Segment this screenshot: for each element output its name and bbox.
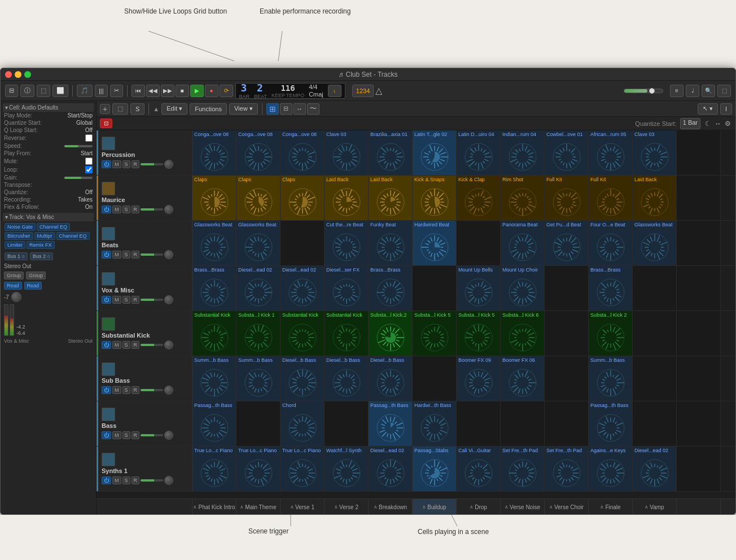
cell-2-3[interactable]: Cut the...re Beat [325,221,369,265]
cell-4-2[interactable]: Substantial Kick [281,311,325,356]
scene-cell-2[interactable]: ∧Verse 1 [281,499,325,514]
track-power-btn-4[interactable]: ⏻ [102,341,111,349]
cursor-tool[interactable]: ↖ ▾ [698,103,718,115]
cell-2-1[interactable]: Glassworks Beat [236,221,281,265]
cell-0-3[interactable]: Clave 03 [325,130,369,175]
cell-5-10[interactable] [633,356,677,401]
mixer-btn[interactable]: ⊟ [5,85,18,97]
cell-0-4[interactable]: Brazilia...axia 01 [369,130,413,175]
track-r-btn-4[interactable]: R [132,341,140,349]
track-volume-5[interactable] [141,389,163,391]
cell-5-3[interactable]: Diesel...b Bass [325,356,369,401]
cell-7-9[interactable]: Agains...e Keys [589,447,633,491]
cell-1-10[interactable]: Laid Back [633,176,677,220]
track-power-btn-1[interactable]: ⏻ [102,205,111,213]
cell-2-11[interactable] [677,221,721,265]
cell-5-4[interactable]: Diesel...b Bass [369,356,413,401]
track-m-btn-6[interactable]: M [112,431,121,439]
track-power-btn-3[interactable]: ⏻ [102,296,111,304]
cell-7-2[interactable]: True Lo...c Piano [281,447,325,491]
inspector-btn[interactable]: ⬚ [37,85,50,97]
mute-checkbox[interactable] [85,158,93,165]
track-pan-0[interactable] [164,160,173,169]
cell-4-8[interactable] [545,311,589,356]
track-pan-5[interactable] [164,386,173,395]
track-volume-0[interactable] [141,163,163,165]
list-view-btn[interactable]: ≡ [670,85,684,97]
cell-7-7[interactable]: Set Fre...th Pad [501,447,545,491]
s-btn[interactable]: S [130,103,144,115]
cell-1-11[interactable] [677,176,721,220]
cell-6-8[interactable] [545,401,589,446]
cell-6-2[interactable]: Chord [281,401,325,446]
track-m-btn-3[interactable]: M [112,296,121,304]
track-volume-6[interactable] [141,434,163,436]
cell-6-7[interactable] [501,401,545,446]
cell-0-5[interactable]: Latin T...gle 02 [413,130,457,175]
pan-knob[interactable] [11,292,21,302]
cell-2-5[interactable]: Hardwired Beat [413,221,457,265]
cell-1-4[interactable]: Laid Back [369,176,413,220]
cell-3-6[interactable]: Mount Up Bells [457,266,501,310]
cell-7-0[interactable]: True Lo...c Piano [192,447,236,491]
cell-3-10[interactable] [633,266,677,310]
track-r-btn-0[interactable]: R [132,160,140,168]
cell-6-5[interactable]: Hardwi...th Bass [413,401,457,446]
cell-7-11[interactable] [677,447,721,491]
cell-4-6[interactable]: Substa...l Kick 5 [457,311,501,356]
metronome-toggle[interactable]: ↓ [328,85,341,97]
grid-view-btn[interactable]: ⊞ [266,103,279,115]
scene-cell-7[interactable]: ∧Verse Noise [501,499,545,514]
plugin-bitcrusher[interactable]: Bitcrusher [5,232,33,240]
plugin-noise-gate[interactable]: Noise Gate [5,223,36,231]
track-pan-6[interactable] [164,431,173,440]
track-r-btn-5[interactable]: R [132,386,140,394]
cell-5-5[interactable] [413,356,457,401]
cell-7-1[interactable]: True Lo...c Piano [236,447,281,491]
loop-btn[interactable]: ⟳ [220,85,233,97]
cell-3-9[interactable]: Brass...Brass [589,266,633,310]
cell-3-5[interactable] [413,266,457,310]
midi-btn[interactable]: ⬚ [717,85,731,97]
scene-cell-0[interactable]: ∧Phat Kick Intro [192,499,236,514]
cell-6-1[interactable] [236,401,281,446]
track-s-btn-0[interactable]: S [122,160,130,168]
cell-1-7[interactable]: Rim Shot [501,176,545,220]
track-volume-4[interactable] [141,344,163,346]
quant-moon-btn[interactable]: ☾ [704,120,712,128]
cell-0-1[interactable]: Conga...ove 08 [236,130,281,175]
cell-6-0[interactable]: Passag...th Bass [192,401,236,446]
functions-menu[interactable]: Functions [190,103,227,115]
cell-3-2[interactable]: Diesel...ead 02 [281,266,325,310]
list-view-toggle[interactable]: ⊟ [280,103,292,115]
track-s-btn-1[interactable]: S [122,205,130,213]
track-power-btn-0[interactable]: ⏻ [102,160,111,168]
cell-3-7[interactable]: Mount Up Choir [501,266,545,310]
cell-2-0[interactable]: Glassworks Beat [192,221,236,265]
cell-2-6[interactable] [457,221,501,265]
cell-5-6[interactable]: Boomer FX 09 [457,356,501,401]
scene-cell-8[interactable]: ∧Verse Choir [545,499,589,514]
text-tool[interactable]: I [720,103,732,115]
track-m-btn-0[interactable]: M [112,160,121,168]
track-s-btn-7[interactable]: S [122,476,130,484]
scene-cell-6[interactable]: ∧Drop [457,499,501,514]
cell-section-header[interactable]: ▾ Cell: Audio Defaults [3,103,94,112]
cell-2-9[interactable]: Four O...e Beat [589,221,633,265]
cell-0-10[interactable]: Clave 03 [633,130,677,175]
cell-5-9[interactable]: Summ...b Bass [589,356,633,401]
cell-1-0[interactable]: Claps [192,176,236,220]
track-r-btn-3[interactable]: R [132,296,140,304]
track-s-btn-4[interactable]: S [122,341,130,349]
editors-btn[interactable]: ⬜ [52,85,68,97]
track-s-btn-6[interactable]: S [122,431,130,439]
cell-6-4[interactable]: Passag...th Bass [369,401,413,446]
cell-1-2[interactable]: Claps [281,176,325,220]
minimize-button[interactable] [15,71,21,78]
cell-0-8[interactable]: Cowbel...ove 01 [545,130,589,175]
cell-7-4[interactable]: Diesel...ead 02 [369,447,413,491]
waveform-btn[interactable]: 〜 [307,103,319,115]
cell-2-2[interactable] [281,221,325,265]
read-btn[interactable]: Read [4,282,22,290]
maximize-button[interactable] [24,71,31,78]
